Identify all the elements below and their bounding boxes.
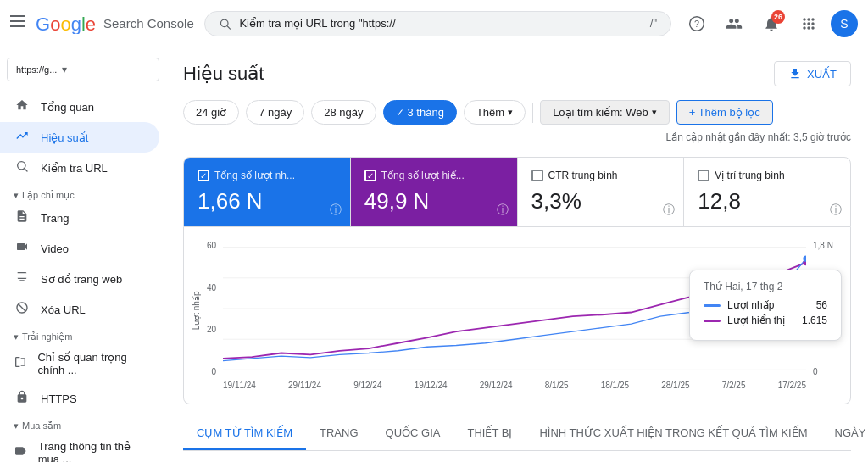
x-label-3: 19/12/24 xyxy=(415,381,448,390)
sitemap-icon xyxy=(14,270,31,287)
sidebar-item-https[interactable]: HTTPS xyxy=(0,383,159,414)
stat-card-ctr-header: CTR trung bình xyxy=(531,170,670,181)
filter-more-label: Thêm xyxy=(476,106,504,119)
export-label: XUẤT xyxy=(807,68,837,81)
y-tick-0: 0 xyxy=(198,367,216,376)
stat-card-clicks[interactable]: Tổng số lượt nh... 1,66 N ⓘ xyxy=(184,158,351,226)
search-input[interactable] xyxy=(239,17,641,30)
filter-7d[interactable]: 7 ngày xyxy=(246,100,304,125)
nav-label-pages: Trang xyxy=(41,212,69,225)
tab-countries[interactable]: QUỐC GIA xyxy=(372,418,454,450)
stat-value-position: 12,8 xyxy=(698,188,837,214)
stat-label-ctr: CTR trung bình xyxy=(548,170,618,181)
stat-info-ctr[interactable]: ⓘ xyxy=(663,203,675,218)
stat-checkbox-clicks[interactable] xyxy=(198,170,209,181)
sidebar-item-video[interactable]: Video xyxy=(0,233,159,264)
stat-info-position[interactable]: ⓘ xyxy=(830,203,842,218)
help-button[interactable]: ? xyxy=(682,8,712,39)
add-filter-button[interactable]: + Thêm bộ lọc xyxy=(676,100,773,125)
sidebar-item-overview[interactable]: Tổng quan xyxy=(0,92,159,122)
export-button[interactable]: XUẤT xyxy=(774,61,851,86)
filter-divider xyxy=(532,103,533,123)
tooltip-val-impressions: 1.615 xyxy=(802,314,827,326)
sidebar-item-url-inspection[interactable]: Kiểm tra URL xyxy=(0,153,159,183)
tab-devices[interactable]: THIẾT BỊ xyxy=(453,418,526,450)
filter-24h[interactable]: 24 giờ xyxy=(183,100,239,125)
site-selector[interactable]: https://g... ▾ xyxy=(7,58,159,81)
tabs-row: CỤM TỪ TÌM KIẾM TRANG QUỐC GIA THIẾT BỊ … xyxy=(183,418,851,451)
svg-line-5 xyxy=(227,25,230,28)
shopping-icon xyxy=(14,444,28,461)
chart-x-labels: 19/11/24 29/11/24 9/12/24 19/12/24 29/12… xyxy=(223,381,806,390)
tab-pages[interactable]: TRANG xyxy=(306,418,372,450)
stat-card-clicks-header: Tổng số lượt nh... xyxy=(198,170,337,181)
stat-label-position: Vị trí trung bình xyxy=(715,170,784,181)
users-button[interactable] xyxy=(719,8,749,39)
x-label-9: 17/2/25 xyxy=(778,381,806,390)
section-shopping: ▾ Mua sắm xyxy=(0,414,166,433)
url-inspection-icon xyxy=(14,159,31,176)
performance-icon xyxy=(14,129,31,146)
hamburger-menu[interactable] xyxy=(10,14,25,33)
stat-card-position[interactable]: Vị trí trung bình 12,8 ⓘ xyxy=(684,158,850,226)
filter-3m-label: 3 tháng xyxy=(408,106,444,119)
filter-3m[interactable]: ✓ 3 tháng xyxy=(383,100,457,125)
sidebar: https://g... ▾ Tổng quan Hiệu suất Kiể xyxy=(0,47,166,462)
stat-value-ctr: 3,3% xyxy=(531,188,670,214)
svg-rect-1 xyxy=(10,20,25,22)
sidebar-item-performance[interactable]: Hiệu suất xyxy=(0,122,159,153)
stat-info-impressions[interactable]: ⓘ xyxy=(497,203,509,218)
avatar[interactable]: S xyxy=(831,10,858,37)
nav-label-remove-url: Xóa URL xyxy=(41,303,86,316)
tooltip-line-impressions xyxy=(704,320,721,322)
notification-badge: 26 xyxy=(771,10,785,24)
add-filter-label: + Thêm bộ lọc xyxy=(689,106,760,119)
svg-rect-0 xyxy=(10,15,25,17)
chart-y-label: Lượt nhấp xyxy=(192,292,201,342)
tooltip: Thứ Hai, 17 thg 2 Lượt nhấp 56 Lượt hiển… xyxy=(689,270,842,341)
chevron-down-icon: ▾ xyxy=(62,64,67,75)
notifications-button[interactable]: 26 xyxy=(756,8,787,39)
tab-search-appearance[interactable]: HÌNH THỨC XUẤT HIỆN TRONG KẾT QUẢ TÌM KI… xyxy=(526,418,821,450)
search-type-filter[interactable]: Loại tìm kiếm: Web ▾ xyxy=(540,100,670,125)
remove-url-icon xyxy=(14,301,31,318)
nav-label-vitals: Chỉ số quan trọng chính ... xyxy=(37,351,146,376)
sidebar-item-remove-url[interactable]: Xóa URL xyxy=(0,294,159,325)
x-label-6: 18/1/25 xyxy=(601,381,629,390)
last-update: Lần cập nhật gần đây nhất: 3,5 giờ trước xyxy=(666,131,851,143)
stat-label-clicks: Tổng số lượt nh... xyxy=(214,170,295,181)
svg-text:Google: Google xyxy=(36,14,96,34)
filter-more[interactable]: Thêm ▾ xyxy=(464,100,526,125)
sidebar-item-core-vitals[interactable]: Chỉ số quan trọng chính ... xyxy=(0,344,159,383)
top-right-actions: ? 26 S xyxy=(682,8,858,39)
apps-button[interactable] xyxy=(793,8,824,39)
tab-dates[interactable]: NGÀY xyxy=(821,418,868,450)
chevron-section-icon: ▾ xyxy=(14,190,19,201)
stat-checkbox-ctr[interactable] xyxy=(531,170,543,181)
chevron-experience-icon: ▾ xyxy=(14,331,19,342)
y-right-tick-3: 0 xyxy=(813,367,837,376)
stat-label-impressions: Tổng số lượt hiể... xyxy=(381,170,465,181)
stat-info-clicks[interactable]: ⓘ xyxy=(330,203,342,218)
sidebar-item-sitemap[interactable]: Sơ đồ trang web xyxy=(0,264,159,294)
stat-card-ctr[interactable]: CTR trung bình 3,3% ⓘ xyxy=(518,158,685,226)
stat-checkbox-position[interactable] xyxy=(698,170,709,181)
video-icon xyxy=(14,240,31,257)
chevron-more-icon: ▾ xyxy=(508,107,513,118)
content-area: Hiệu suất XUẤT 24 giờ 7 ngày 28 ngày ✓ 3… xyxy=(166,47,868,462)
chart-y-left: Lượt nhấp 60 40 20 0 xyxy=(198,241,220,376)
svg-rect-2 xyxy=(10,25,25,27)
sidebar-item-pages[interactable]: Trang xyxy=(0,203,159,233)
tooltip-line-clicks xyxy=(704,304,721,307)
section-indexing: ▾ Lập chỉ mục xyxy=(0,183,166,203)
stat-card-impressions[interactable]: Tổng số lượt hiể... 49,9 N ⓘ xyxy=(351,158,518,226)
stat-value-impressions: 49,9 N xyxy=(364,188,504,214)
search-bar[interactable]: /" xyxy=(204,11,671,36)
tab-search-queries[interactable]: CỤM TỪ TÌM KIẾM xyxy=(183,418,306,450)
filter-28d[interactable]: 28 ngày xyxy=(311,100,376,125)
stat-card-impressions-header: Tổng số lượt hiể... xyxy=(364,170,504,181)
nav-label-performance: Hiệu suất xyxy=(41,131,88,144)
stat-checkbox-impressions[interactable] xyxy=(364,170,376,181)
sidebar-item-shopping[interactable]: Trang thông tin thẻ mua ... xyxy=(0,433,159,462)
filter-row: 24 giờ 7 ngày 28 ngày ✓ 3 tháng Thêm ▾ L… xyxy=(183,100,851,143)
